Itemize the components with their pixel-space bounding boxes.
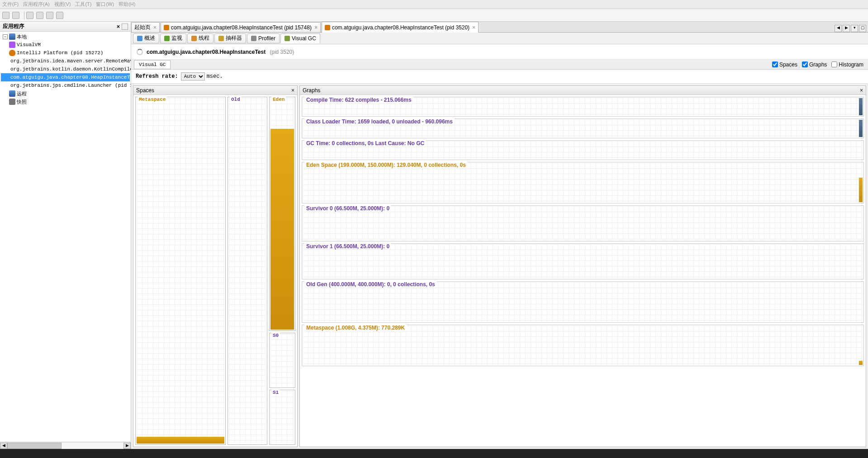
space-label: S1: [271, 390, 280, 395]
content-area: 起始页 × com.atguigu.java.chapter08.HeapIns…: [131, 22, 868, 449]
inner-tab-row: Visual GC Spaces Graphs Histogram: [131, 60, 868, 70]
tab-app1[interactable]: com.atguigu.java.chapter08.HeapInstanceT…: [161, 22, 321, 32]
process-class: com.atguigu.java.chapter08.HeapInstanceT…: [147, 49, 266, 55]
panel-title: Graphs: [303, 87, 320, 94]
menu-window[interactable]: 窗口(W): [96, 1, 114, 8]
tree-item[interactable]: VisualVM: [1, 41, 130, 49]
check-hist-input[interactable]: [831, 61, 837, 67]
java-icon: [9, 50, 15, 56]
tab-app2-active[interactable]: com.atguigu.java.chapter08.HeapInstanceT…: [322, 22, 479, 33]
space-label: Old: [230, 97, 242, 102]
java-icon: [164, 25, 169, 30]
sidebar-min-icon[interactable]: [122, 24, 128, 30]
tree-item[interactable]: org.jetbrains.kotlin.daemon.KotlinCompil…: [1, 65, 130, 73]
graph-bar: [859, 361, 863, 365]
tree-remote[interactable]: − 远程: [1, 90, 130, 98]
tree-label: IntelliJ Platform (pid 15272): [17, 50, 103, 56]
subtab-monitor[interactable]: 监视: [160, 33, 186, 43]
collapse-icon[interactable]: −: [3, 34, 8, 39]
graph-bar: [859, 120, 863, 137]
old-box: Old: [228, 97, 267, 445]
subtab-sampler[interactable]: 抽样器: [214, 33, 246, 43]
sidebar-close-icon[interactable]: ×: [117, 24, 120, 30]
tree-item[interactable]: org.jetbrains.jps.cmdline.Launcher (pid …: [1, 81, 130, 90]
tab-close-icon[interactable]: ×: [314, 24, 318, 31]
panels-row: Spaces × Metaspace Old: [131, 84, 868, 449]
graph-bar: [859, 178, 863, 202]
check-histogram[interactable]: Histogram: [831, 61, 863, 68]
subtab-label: 线程: [199, 34, 209, 42]
tab-start[interactable]: 起始页 ×: [131, 22, 160, 32]
eden-box: Eden: [269, 97, 295, 331]
graph-classloader: Class Loader Time: 1659 loaded, 0 unload…: [302, 118, 864, 138]
visualvm-icon: [9, 42, 15, 48]
save-icon[interactable]: [12, 12, 19, 19]
check-spaces-input[interactable]: [772, 61, 778, 67]
refresh-label: Refresh rate:: [136, 73, 178, 80]
tab-prev-icon[interactable]: ◀: [835, 25, 842, 32]
tree-snapshots[interactable]: − 快照: [1, 98, 130, 106]
scroll-right-icon[interactable]: ▶: [123, 443, 131, 449]
subtab-profiler[interactable]: Profiler: [247, 33, 280, 43]
overview-icon: [137, 36, 142, 41]
graph-title: GC Time: 0 collections, 0s Last Cause: N…: [304, 140, 426, 146]
refresh-unit: msec.: [207, 73, 223, 80]
check-graphs-input[interactable]: [802, 61, 808, 67]
tab-next-icon[interactable]: ▶: [843, 25, 850, 32]
refresh-select[interactable]: Auto: [181, 72, 205, 80]
subtab-label: 监视: [171, 34, 182, 42]
menu-app[interactable]: 应用程序(A): [23, 1, 50, 8]
subtab-visualgc-active[interactable]: Visual GC: [280, 33, 320, 43]
scroll-track[interactable]: [7, 443, 123, 449]
graph-title: Class Loader Time: 1659 loaded, 0 unload…: [304, 118, 455, 125]
tree-item[interactable]: IntelliJ Platform (pid 15272): [1, 49, 130, 57]
tab-max-icon[interactable]: ▢: [859, 25, 866, 32]
monitor-icon: [164, 36, 170, 41]
menu-file[interactable]: 文件(F): [2, 1, 19, 8]
scroll-thumb[interactable]: [7, 443, 62, 449]
menu-bar: 文件(F) 应用程序(A) 视图(V) 工具(T) 窗口(W) 帮助(H): [0, 0, 868, 9]
inner-tab-visualgc[interactable]: Visual GC: [134, 60, 171, 69]
loading-spinner-icon: [137, 49, 143, 55]
graph-title: Survivor 1 (66.500M, 25.000M): 0: [304, 243, 391, 250]
separator: [24, 11, 24, 19]
check-spaces[interactable]: Spaces: [772, 61, 797, 68]
scroll-left-icon[interactable]: ◀: [0, 443, 7, 449]
tab-close-icon[interactable]: ×: [153, 24, 157, 31]
check-graphs[interactable]: Graphs: [802, 61, 827, 68]
plugin-icon[interactable]: [36, 12, 43, 19]
graphs-body: Compile Time: 622 compiles - 215.066ms C…: [300, 95, 866, 447]
grid: [303, 163, 863, 203]
app-tree: − 本地 VisualVM IntelliJ Platform (pid 152…: [0, 32, 131, 442]
sidebar-header: 应用程序 ×: [0, 22, 131, 32]
menu-tools[interactable]: 工具(T): [75, 1, 91, 8]
snapshot-icon[interactable]: [26, 12, 33, 19]
refresh-row: Refresh rate: Auto msec.: [131, 70, 868, 84]
tab-label: 起始页: [134, 24, 151, 31]
open-icon[interactable]: [2, 12, 9, 19]
sidebar-hscroll[interactable]: ◀ ▶: [0, 442, 131, 449]
spaces-header: Spaces ×: [133, 86, 297, 95]
subtab-overview[interactable]: 概述: [133, 33, 159, 43]
graph-title: Old Gen (400.000M, 400.000M): 0, 0 colle…: [304, 281, 437, 288]
col-metaspace: Metaspace: [135, 97, 226, 445]
tree-item-selected[interactable]: com.atguigu.java.chapter08.HeapInstanceT…: [1, 73, 130, 81]
menu-view[interactable]: 视图(V): [54, 1, 71, 8]
tree-item[interactable]: org.jetbrains.idea.maven.server.RemoteMa…: [1, 57, 130, 65]
spaces-body: Metaspace Old Eden: [133, 95, 297, 447]
panel-close-icon[interactable]: ×: [860, 87, 863, 94]
heapdump-icon[interactable]: [56, 12, 63, 19]
snapshot-icon: [9, 99, 15, 105]
tab-list-icon[interactable]: ▾: [851, 25, 858, 32]
threaddump-icon[interactable]: [46, 12, 53, 19]
subtab-threads[interactable]: 线程: [187, 33, 213, 43]
panel-close-icon[interactable]: ×: [291, 87, 294, 94]
menu-help[interactable]: 帮助(H): [119, 1, 135, 8]
graph-gc: GC Time: 0 collections, 0s Last Cause: N…: [302, 140, 864, 160]
graph-title: Compile Time: 622 compiles - 215.066ms: [304, 97, 413, 103]
subtab-label: Profiler: [258, 35, 275, 42]
visualgc-icon: [285, 36, 290, 41]
tree-local[interactable]: − 本地: [1, 33, 130, 41]
grid: [229, 98, 266, 444]
tab-close-icon[interactable]: ×: [472, 24, 475, 31]
